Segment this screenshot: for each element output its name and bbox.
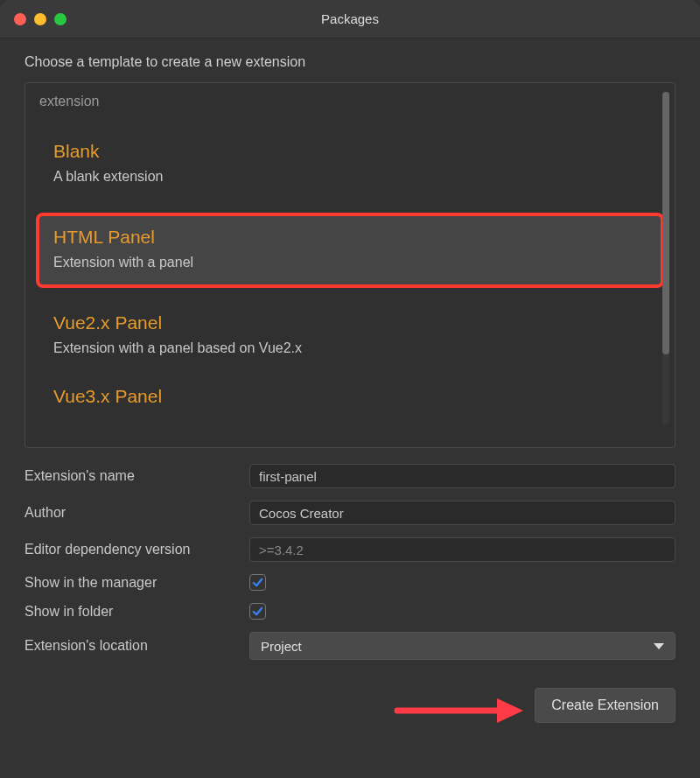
prompt-text: Choose a template to create a new extens… <box>24 54 676 70</box>
template-item-html-panel[interactable]: HTML Panel Extension with a panel <box>38 214 662 286</box>
minimize-icon[interactable] <box>34 13 46 25</box>
template-list: Blank A blank extension HTML Panel Exten… <box>25 115 675 407</box>
template-desc: A blank extension <box>53 169 647 185</box>
label-editor-version: Editor dependency version <box>24 542 249 557</box>
template-desc: Extension with a panel <box>53 255 647 270</box>
extension-name-input[interactable] <box>249 464 676 488</box>
label-extension-name: Extension's name <box>24 468 249 484</box>
arrow-annotation-icon <box>394 693 525 728</box>
template-desc: Extension with a panel based on Vue2.x <box>53 340 647 356</box>
row-show-folder: Show in folder <box>24 603 676 620</box>
row-editor-version: Editor dependency version <box>24 537 676 562</box>
template-panel: extension Blank A blank extension HTML P… <box>24 82 676 448</box>
maximize-icon[interactable] <box>54 13 66 25</box>
template-title: HTML Panel <box>53 227 647 248</box>
content-area: Choose a template to create a new extens… <box>0 39 700 660</box>
row-extension-name: Extension's name <box>24 464 676 488</box>
template-item-vue2x-panel[interactable]: Vue2.x Panel Extension with a panel base… <box>38 300 662 372</box>
location-selected-value: Project <box>261 639 302 654</box>
template-group-label: extension <box>25 83 675 115</box>
window-controls <box>0 13 66 25</box>
show-manager-checkbox[interactable] <box>249 574 266 591</box>
create-extension-button[interactable]: Create Extension <box>535 688 676 723</box>
row-author: Author <box>24 501 676 525</box>
label-show-folder: Show in folder <box>24 604 249 620</box>
titlebar: Packages <box>0 0 700 39</box>
template-item-vue3x-panel[interactable]: Vue3.x Panel <box>38 386 662 407</box>
template-item-blank[interactable]: Blank A blank extension <box>38 129 662 200</box>
show-folder-checkbox[interactable] <box>249 603 266 620</box>
form: Extension's name Author Editor dependenc… <box>24 464 676 660</box>
label-show-manager: Show in the manager <box>24 575 249 591</box>
scrollbar-thumb[interactable] <box>662 92 669 354</box>
editor-version-input[interactable] <box>249 537 676 562</box>
location-select[interactable]: Project <box>249 632 676 660</box>
template-title: Vue2.x Panel <box>53 312 647 333</box>
scrollbar[interactable] <box>662 92 669 424</box>
close-icon[interactable] <box>14 13 26 25</box>
window-title: Packages <box>0 11 700 26</box>
chevron-down-icon <box>654 643 664 649</box>
label-location: Extension's location <box>24 638 249 654</box>
checkmark-icon <box>251 576 264 589</box>
row-show-manager: Show in the manager <box>24 574 676 591</box>
row-location: Extension's location Project <box>24 632 676 660</box>
svg-marker-1 <box>497 698 523 723</box>
label-author: Author <box>24 505 249 521</box>
template-title: Blank <box>53 141 647 162</box>
footer: Create Extension <box>0 672 700 723</box>
author-input[interactable] <box>249 501 676 525</box>
checkmark-icon <box>251 605 264 618</box>
